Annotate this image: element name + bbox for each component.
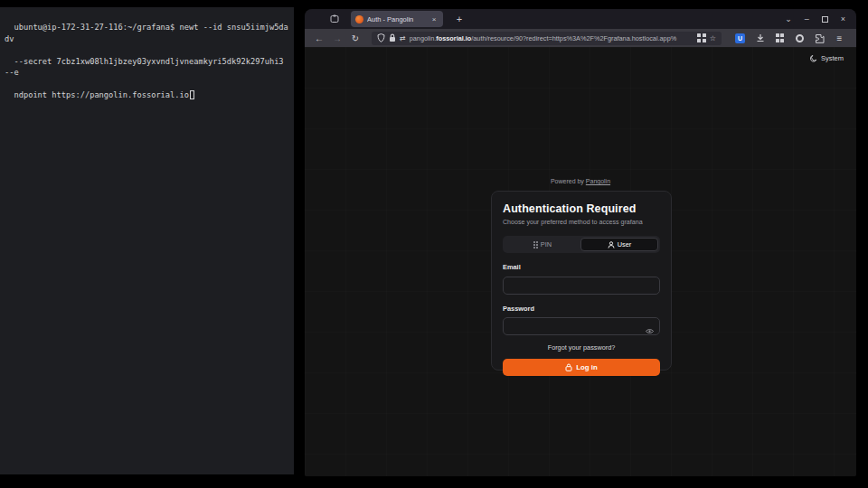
toolbar-extension-icons: U ≡	[734, 33, 845, 44]
containers-grid-icon[interactable]	[697, 33, 706, 42]
terminal-line: --secret 7cbz1xw08lh1jbzey03yxvndljvneam…	[5, 57, 288, 77]
terminal-line: ndpoint https://pangolin.fossorial.io	[14, 90, 189, 99]
password-label: Password	[503, 305, 660, 313]
back-button[interactable]: ←	[312, 33, 326, 43]
new-tab-button[interactable]: +	[452, 12, 467, 26]
navigation-bar: ← → ↻ ⇄ pangolin.fossorial.io/auth/resou…	[305, 29, 856, 47]
terminal-line: ubuntu@ip-172-31-27-116:~/grafana$ newt …	[5, 23, 288, 42]
tab-auth-pangolin[interactable]: Auth - Pangolin ×	[351, 11, 443, 27]
lock-icon	[565, 363, 572, 371]
forward-button[interactable]: →	[330, 33, 344, 43]
tracking-protection-shield-icon[interactable]	[377, 33, 385, 42]
auth-method-tabs: PIN User	[503, 236, 660, 253]
tab-pin[interactable]: PIN	[505, 238, 580, 251]
extensions-puzzle-icon[interactable]	[814, 33, 826, 44]
extension-blue-icon[interactable]: U	[734, 33, 746, 44]
tab-close-icon[interactable]: ×	[429, 14, 439, 23]
window-controls: ⌄ – ×	[785, 14, 845, 23]
firefox-view-icon[interactable]	[326, 12, 343, 26]
terminal-cursor	[190, 90, 194, 99]
hamburger-menu-icon[interactable]: ≡	[834, 33, 845, 44]
password-field[interactable]	[503, 317, 660, 335]
permissions-swap-icon[interactable]: ⇄	[400, 34, 406, 42]
maximize-button[interactable]	[822, 16, 828, 23]
lock-icon[interactable]	[389, 33, 396, 42]
terminal-window[interactable]: ubuntu@ip-172-31-27-116:~/grafana$ newt …	[0, 7, 294, 474]
url-text: pangolin.fossorial.io/auth/resource/90?r…	[410, 34, 694, 42]
tab-strip: Auth - Pangolin × + ⌄ – ×	[305, 9, 856, 29]
card-subtitle: Choose your preferred method to access g…	[503, 219, 660, 226]
close-window-button[interactable]: ×	[841, 14, 845, 23]
theme-toggle-label: System	[821, 54, 844, 62]
theme-toggle[interactable]: System	[810, 54, 844, 62]
login-button[interactable]: Log in	[503, 359, 660, 376]
moon-icon	[810, 55, 817, 62]
tab-user[interactable]: User	[580, 238, 658, 251]
auth-card: Authentication Required Choose your pref…	[491, 191, 672, 371]
reload-button[interactable]: ↻	[348, 33, 363, 43]
bookmark-star-icon[interactable]: ☆	[710, 34, 716, 42]
extension-ring-icon[interactable]	[794, 33, 806, 44]
minimize-button[interactable]: –	[805, 14, 809, 23]
card-title: Authentication Required	[503, 202, 660, 215]
list-all-tabs-icon[interactable]: ⌄	[785, 14, 792, 23]
pangolin-link[interactable]: Pangolin	[586, 178, 610, 184]
tab-title: Auth - Pangolin	[367, 15, 426, 23]
forgot-password-link[interactable]: Forgot your password?	[503, 343, 660, 352]
page-content: System Powered by Pangolin Authenticatio…	[305, 47, 856, 476]
user-icon	[608, 241, 615, 249]
url-bar[interactable]: ⇄ pangolin.fossorial.io/auth/resource/90…	[372, 32, 722, 45]
email-field[interactable]	[503, 277, 660, 295]
powered-by: Powered by Pangolin	[305, 178, 856, 184]
keypad-icon	[533, 241, 538, 249]
browser-window: Auth - Pangolin × + ⌄ – × ← → ↻ ⇄ pangol…	[305, 9, 856, 476]
email-label: Email	[503, 263, 660, 271]
pangolin-favicon	[355, 15, 363, 23]
show-password-eye-icon[interactable]	[646, 322, 654, 338]
extension-grid-icon[interactable]	[774, 33, 786, 44]
downloads-icon[interactable]	[754, 33, 766, 44]
